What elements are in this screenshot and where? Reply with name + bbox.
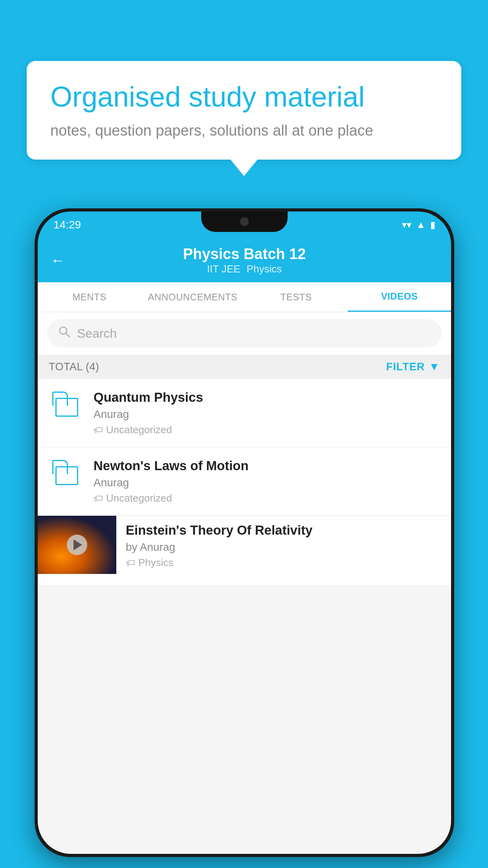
app-header: ← Physics Batch 12 IIT JEE Physics — [38, 238, 451, 282]
bubble-title: Organised study material — [50, 80, 438, 114]
wifi-icon: ▾▾ — [402, 219, 411, 230]
video-item[interactable]: Einstein's Theory Of Relativity by Anura… — [38, 516, 451, 585]
folder-icon — [52, 392, 81, 417]
filter-row: TOTAL (4) FILTER ▼ — [38, 355, 451, 379]
tab-videos[interactable]: VIDEOS — [348, 282, 451, 312]
header-subtitle: IIT JEE Physics — [207, 263, 282, 275]
folder-icon-wrap — [49, 458, 84, 485]
back-arrow[interactable]: ← — [50, 252, 65, 269]
tab-announcements[interactable]: ANNOUNCEMENTS — [141, 282, 244, 312]
video-author: by Anurag — [126, 541, 440, 554]
tabs-bar: MENTS ANNOUNCEMENTS TESTS VIDEOS — [38, 282, 451, 312]
list-container: Quantum Physics Anurag 🏷 Uncategorized — [38, 379, 451, 585]
subtitle-physics: Physics — [247, 263, 282, 275]
bubble-subtitle: notes, question papers, solutions all at… — [50, 122, 438, 139]
header-title: Physics Batch 12 — [183, 245, 306, 263]
filter-button[interactable]: FILTER ▼ — [386, 360, 440, 373]
tag-label: Uncategorized — [106, 492, 172, 504]
filter-label: FILTER — [386, 361, 425, 373]
search-container: Search — [38, 312, 451, 355]
tab-tests[interactable]: TESTS — [244, 282, 348, 312]
tag-icon: 🏷 — [94, 493, 103, 504]
svg-line-1 — [66, 333, 70, 337]
notch — [201, 211, 288, 232]
status-icons: ▾▾ ▲ ▮ — [402, 219, 435, 230]
item-text: Newton's Laws of Motion Anurag 🏷 Uncateg… — [94, 458, 440, 504]
video-title: Einstein's Theory Of Relativity — [126, 523, 440, 538]
tag-icon: 🏷 — [126, 557, 135, 568]
list-item[interactable]: Newton's Laws of Motion Anurag 🏷 Uncateg… — [38, 447, 451, 516]
folder-icon — [52, 460, 81, 485]
tag-icon: 🏷 — [94, 425, 103, 436]
screen-content: Search TOTAL (4) FILTER ▼ — [38, 312, 451, 854]
status-time: 14:29 — [53, 219, 81, 231]
tab-ments[interactable]: MENTS — [38, 282, 141, 312]
item-text: Quantum Physics Anurag 🏷 Uncategorized — [94, 390, 440, 436]
speech-bubble: Organised study material notes, question… — [27, 61, 461, 160]
phone-inner: 14:29 ▾▾ ▲ ▮ ← Physics Batch 12 IIT JEE … — [38, 211, 451, 854]
play-button[interactable] — [67, 535, 87, 555]
search-box[interactable]: Search — [47, 319, 442, 348]
battery-icon: ▮ — [430, 219, 435, 230]
item-title: Newton's Laws of Motion — [94, 458, 440, 473]
subtitle-iitjee: IIT JEE — [207, 263, 240, 275]
video-text: Einstein's Theory Of Relativity by Anura… — [126, 516, 440, 569]
folder-icon-wrap — [49, 390, 84, 417]
item-author: Anurag — [94, 476, 440, 489]
item-title: Quantum Physics — [94, 390, 440, 405]
tag-label: Uncategorized — [106, 424, 172, 436]
video-tag: 🏷 Physics — [126, 557, 440, 569]
camera — [240, 217, 249, 226]
phone-frame: 14:29 ▾▾ ▲ ▮ ← Physics Batch 12 IIT JEE … — [35, 208, 454, 857]
search-placeholder: Search — [77, 326, 117, 341]
play-triangle-icon — [73, 539, 82, 550]
list-item[interactable]: Quantum Physics Anurag 🏷 Uncategorized — [38, 379, 451, 447]
video-thumbnail — [38, 516, 116, 574]
item-tag: 🏷 Uncategorized — [94, 492, 440, 504]
item-author: Anurag — [94, 408, 440, 421]
signal-icon: ▲ — [416, 219, 426, 230]
item-tag: 🏷 Uncategorized — [94, 424, 440, 436]
total-count: TOTAL (4) — [49, 361, 99, 373]
filter-icon: ▼ — [429, 360, 440, 373]
search-icon — [58, 326, 71, 341]
tag-label: Physics — [138, 557, 174, 569]
